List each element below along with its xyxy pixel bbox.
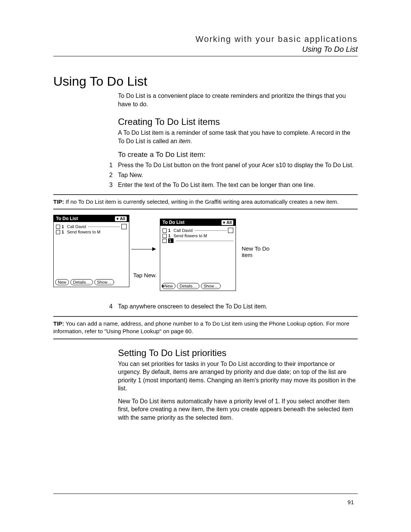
tip-text-2: You can add a name, address, and phone n…	[53, 320, 349, 334]
create-paragraph: A To Do List item is a reminder of some …	[118, 129, 358, 145]
step-4: 4 Tap anywhere onscreen to deselect the …	[101, 302, 358, 311]
priorities-paragraph-1: You can set priorities for tasks in your…	[118, 360, 358, 393]
chapter-title: Working with your basic applications	[53, 34, 358, 44]
screenshot-diagram: To Do List ▾ All 1Call David 1Send flowe…	[53, 215, 358, 299]
step-list-cont: 4 Tap anywhere onscreen to deselect the …	[101, 302, 358, 311]
callout-tap-new: Tap New.	[133, 272, 157, 278]
tip-label-2: TIP:	[53, 320, 64, 327]
arrow-line	[131, 249, 152, 249]
footer-rule	[53, 494, 358, 494]
step-2: 2 Tap New.	[101, 171, 358, 179]
step-3: 3 Enter the text of the To Do List item.…	[101, 181, 358, 189]
procedure-heading: To create a To Do List item:	[118, 150, 358, 159]
palm-buttons-2: New Details… Show… ♠	[162, 283, 221, 289]
palm-show-button: Show…	[94, 279, 115, 285]
running-header: Working with your basic applications Usi…	[53, 34, 358, 56]
section-heading-priorities: Setting To Do List priorities	[118, 348, 358, 358]
arrow-head-icon	[152, 247, 156, 251]
page-number: 91	[347, 499, 354, 505]
palm-category: ▾ All	[115, 216, 127, 221]
step-1: 1 Press the To Do List button on the fro…	[101, 161, 358, 169]
palm-buttons: New Details… Show…	[55, 279, 114, 285]
palm-items: 1Call David 1Send flowers to M	[54, 222, 129, 236]
up-arrow-icon: ♠	[162, 283, 164, 289]
palm-title-bar-2: To Do List ▾ All	[160, 219, 236, 226]
palm-title-bar: To Do List ▾ All	[54, 215, 129, 222]
chapter-subsection: Using To Do List	[53, 45, 358, 54]
page: Working with your basic applications Usi…	[0, 0, 411, 532]
intro-paragraph: To Do List is a convenient place to crea…	[118, 92, 358, 108]
palm-details-button: Details…	[70, 279, 93, 285]
tip-box-2: TIP: You can add a name, address, and ph…	[53, 316, 358, 339]
step-list: 1 Press the To Do List button on the fro…	[101, 161, 358, 189]
tip-label: TIP:	[53, 198, 64, 205]
tip-text-1: If no To Do List item is currently selec…	[66, 198, 339, 205]
tip-box-1: TIP: If no To Do List item is currently …	[53, 194, 358, 209]
section-heading-create: Creating To Do List items	[118, 117, 358, 127]
priorities-paragraph-2: New To Do List items automatically have …	[118, 397, 358, 422]
page-heading: Using To Do List	[53, 74, 358, 89]
palm-items-2: 1Call David 1Send flowers to M 1	[160, 226, 236, 245]
palm-screen-before: To Do List ▾ All 1Call David 1Send flowe…	[53, 215, 129, 287]
palm-new-button: New	[55, 279, 69, 285]
palm-screen-after: To Do List ▾ All 1Call David 1Send flowe…	[160, 219, 236, 291]
header-rule	[53, 56, 358, 56]
callout-new-item: New To Do item	[242, 245, 276, 258]
palm-category-2: ▾ All	[221, 220, 233, 225]
